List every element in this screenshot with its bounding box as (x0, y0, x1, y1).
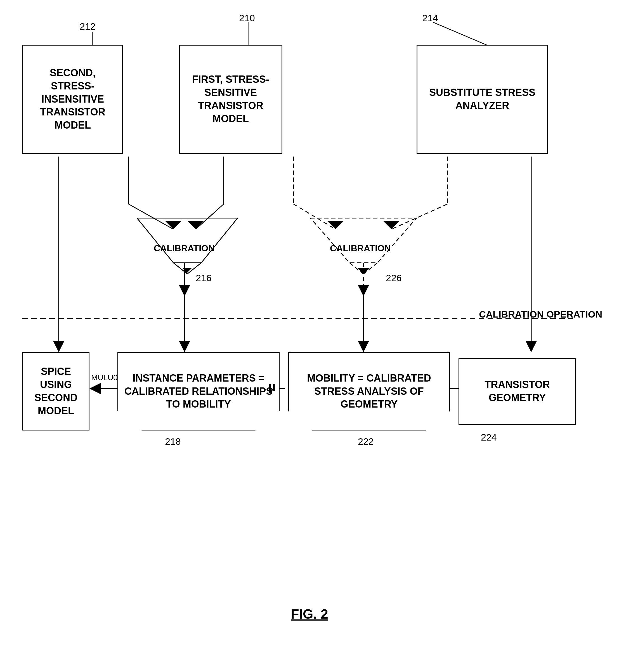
ref-212: 212 (80, 21, 95, 32)
svg-marker-10 (53, 341, 64, 352)
svg-line-2 (433, 22, 489, 46)
mu-label: μ (268, 380, 276, 393)
ref-214: 214 (422, 13, 438, 23)
figure-label: FIG. 2 (0, 606, 619, 622)
ref-210: 210 (239, 13, 255, 23)
ref-224: 224 (481, 432, 497, 443)
svg-marker-21 (179, 341, 190, 352)
svg-marker-40 (311, 218, 417, 263)
svg-marker-8 (179, 285, 190, 296)
svg-marker-18 (526, 341, 537, 352)
ref-226: 226 (386, 273, 402, 284)
calibration-226-label: CALIBRATION (330, 243, 391, 253)
box-instance-params: INSTANCE PARAMETERS = CALIBRATED RELATIO… (118, 352, 280, 431)
svg-marker-23 (358, 341, 369, 352)
calibration-operation-label: CALIBRATION OPERATION (479, 309, 602, 320)
svg-marker-43 (358, 268, 369, 274)
svg-marker-36 (137, 218, 237, 263)
ref-222: 222 (358, 436, 374, 447)
box-second-model: SECOND, STRESS- INSENSITIVE TRANSISTOR M… (22, 45, 123, 154)
svg-marker-16 (358, 285, 369, 296)
ref-218: 218 (165, 436, 181, 447)
box-transistor-geometry: TRANSISTOR GEOMETRY (459, 358, 576, 425)
box-mobility: MOBILITY = CALIBRATED STRESS ANALYSIS OF… (288, 352, 450, 431)
calibration-216-label: CALIBRATION (154, 243, 215, 253)
ref-216: 216 (196, 273, 212, 284)
diagram-container: 212 210 214 SECOND, STRESS- INSENSITIVE … (0, 0, 619, 672)
box-substitute-stress: SUBSTITUTE STRESS ANALYZER (417, 45, 548, 154)
box-spice: SPICE USING SECOND MODEL (22, 352, 89, 431)
box-first-model: FIRST, STRESS- SENSITIVE TRANSISTOR MODE… (179, 45, 282, 154)
svg-marker-31 (89, 383, 100, 394)
